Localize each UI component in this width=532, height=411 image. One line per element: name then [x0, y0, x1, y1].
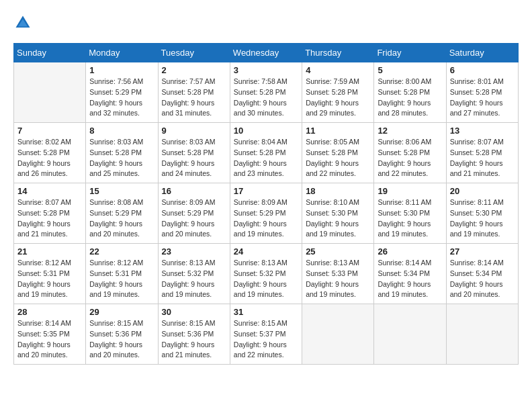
calendar-cell: 28Sunrise: 8:14 AMSunset: 5:35 PMDayligh… [14, 304, 86, 365]
week-row-1: 1Sunrise: 7:56 AMSunset: 5:29 PMDaylight… [14, 62, 519, 123]
day-info: Sunrise: 7:59 AMSunset: 5:28 PMDaylight:… [306, 77, 370, 119]
day-number: 4 [306, 65, 370, 75]
day-info: Sunrise: 8:14 AMSunset: 5:34 PMDaylight:… [378, 258, 442, 300]
day-number: 17 [234, 186, 298, 196]
calendar-header-row: SundayMondayTuesdayWednesdayThursdayFrid… [14, 44, 519, 62]
day-number: 24 [234, 246, 298, 257]
day-info: Sunrise: 8:08 AMSunset: 5:29 PMDaylight:… [89, 197, 154, 240]
day-number: 26 [378, 246, 442, 257]
calendar-cell: 22Sunrise: 8:12 AMSunset: 5:31 PMDayligh… [86, 244, 158, 304]
week-row-3: 14Sunrise: 8:07 AMSunset: 5:28 PMDayligh… [14, 183, 519, 244]
calendar-cell: 27Sunrise: 8:14 AMSunset: 5:34 PMDayligh… [446, 244, 518, 304]
calendar-cell: 13Sunrise: 8:07 AMSunset: 5:28 PMDayligh… [446, 123, 518, 183]
calendar-cell: 12Sunrise: 8:06 AMSunset: 5:28 PMDayligh… [374, 123, 446, 183]
calendar-cell [302, 304, 374, 365]
day-number: 3 [234, 65, 298, 75]
calendar-cell: 29Sunrise: 8:15 AMSunset: 5:36 PMDayligh… [86, 304, 158, 365]
header [13, 13, 519, 32]
day-number: 2 [162, 65, 226, 75]
week-row-4: 21Sunrise: 8:12 AMSunset: 5:31 PMDayligh… [14, 244, 519, 304]
day-info: Sunrise: 8:10 AMSunset: 5:30 PMDaylight:… [306, 197, 370, 240]
day-number: 12 [378, 126, 442, 136]
calendar-cell [374, 304, 446, 365]
calendar-cell: 15Sunrise: 8:08 AMSunset: 5:29 PMDayligh… [86, 183, 158, 244]
day-info: Sunrise: 8:14 AMSunset: 5:34 PMDaylight:… [450, 258, 515, 300]
calendar-cell: 1Sunrise: 7:56 AMSunset: 5:29 PMDaylight… [86, 62, 158, 123]
calendar-cell: 16Sunrise: 8:09 AMSunset: 5:29 PMDayligh… [158, 183, 230, 244]
day-info: Sunrise: 8:12 AMSunset: 5:31 PMDaylight:… [17, 258, 82, 300]
calendar-cell: 21Sunrise: 8:12 AMSunset: 5:31 PMDayligh… [14, 244, 86, 304]
calendar-cell: 19Sunrise: 8:11 AMSunset: 5:30 PMDayligh… [374, 183, 446, 244]
day-number: 5 [378, 65, 442, 75]
week-row-5: 28Sunrise: 8:14 AMSunset: 5:35 PMDayligh… [14, 304, 519, 365]
calendar-cell: 17Sunrise: 8:09 AMSunset: 5:29 PMDayligh… [230, 183, 302, 244]
day-number: 29 [89, 307, 154, 317]
calendar-cell [14, 62, 86, 123]
calendar-cell: 6Sunrise: 8:01 AMSunset: 5:28 PMDaylight… [446, 62, 518, 123]
calendar-cell: 11Sunrise: 8:05 AMSunset: 5:28 PMDayligh… [302, 123, 374, 183]
logo [13, 13, 35, 32]
day-info: Sunrise: 8:11 AMSunset: 5:30 PMDaylight:… [378, 197, 442, 240]
day-info: Sunrise: 8:01 AMSunset: 5:28 PMDaylight:… [450, 77, 515, 119]
day-info: Sunrise: 8:03 AMSunset: 5:28 PMDaylight:… [89, 137, 154, 179]
day-number: 16 [162, 186, 226, 196]
calendar-cell: 23Sunrise: 8:13 AMSunset: 5:32 PMDayligh… [158, 244, 230, 304]
day-number: 27 [450, 246, 515, 257]
day-info: Sunrise: 8:07 AMSunset: 5:28 PMDaylight:… [17, 197, 82, 240]
calendar-cell: 20Sunrise: 8:11 AMSunset: 5:30 PMDayligh… [446, 183, 518, 244]
calendar-header-wednesday: Wednesday [230, 44, 302, 62]
calendar-cell: 8Sunrise: 8:03 AMSunset: 5:28 PMDaylight… [86, 123, 158, 183]
day-info: Sunrise: 8:14 AMSunset: 5:35 PMDaylight:… [17, 318, 82, 361]
calendar-header-friday: Friday [374, 44, 446, 62]
calendar-cell: 9Sunrise: 8:03 AMSunset: 5:28 PMDaylight… [158, 123, 230, 183]
day-info: Sunrise: 8:13 AMSunset: 5:32 PMDaylight:… [162, 258, 226, 300]
day-number: 28 [17, 307, 82, 317]
calendar-cell: 26Sunrise: 8:14 AMSunset: 5:34 PMDayligh… [374, 244, 446, 304]
calendar-cell: 4Sunrise: 7:59 AMSunset: 5:28 PMDaylight… [302, 62, 374, 123]
day-info: Sunrise: 8:05 AMSunset: 5:28 PMDaylight:… [306, 137, 370, 179]
day-info: Sunrise: 8:13 AMSunset: 5:33 PMDaylight:… [306, 258, 370, 300]
day-info: Sunrise: 8:09 AMSunset: 5:29 PMDaylight:… [234, 197, 298, 240]
day-number: 22 [89, 246, 154, 257]
calendar-cell: 5Sunrise: 8:00 AMSunset: 5:28 PMDaylight… [374, 62, 446, 123]
day-info: Sunrise: 7:58 AMSunset: 5:28 PMDaylight:… [234, 77, 298, 119]
day-number: 19 [378, 186, 442, 196]
calendar: SundayMondayTuesdayWednesdayThursdayFrid… [13, 43, 519, 365]
calendar-header-monday: Monday [86, 44, 158, 62]
day-info: Sunrise: 8:11 AMSunset: 5:30 PMDaylight:… [450, 197, 515, 240]
day-number: 21 [17, 246, 82, 257]
day-number: 31 [234, 307, 298, 317]
day-info: Sunrise: 8:04 AMSunset: 5:28 PMDaylight:… [234, 137, 298, 179]
day-number: 8 [89, 126, 154, 136]
day-number: 11 [306, 126, 370, 136]
day-info: Sunrise: 8:15 AMSunset: 5:36 PMDaylight:… [162, 318, 226, 361]
calendar-header-tuesday: Tuesday [158, 44, 230, 62]
calendar-cell: 18Sunrise: 8:10 AMSunset: 5:30 PMDayligh… [302, 183, 374, 244]
day-info: Sunrise: 8:15 AMSunset: 5:36 PMDaylight:… [89, 318, 154, 361]
day-info: Sunrise: 8:13 AMSunset: 5:32 PMDaylight:… [234, 258, 298, 300]
calendar-cell: 30Sunrise: 8:15 AMSunset: 5:36 PMDayligh… [158, 304, 230, 365]
week-row-2: 7Sunrise: 8:02 AMSunset: 5:28 PMDaylight… [14, 123, 519, 183]
day-number: 25 [306, 246, 370, 257]
day-info: Sunrise: 8:00 AMSunset: 5:28 PMDaylight:… [378, 77, 442, 119]
day-number: 18 [306, 186, 370, 196]
day-info: Sunrise: 7:56 AMSunset: 5:29 PMDaylight:… [89, 77, 154, 119]
calendar-cell: 3Sunrise: 7:58 AMSunset: 5:28 PMDaylight… [230, 62, 302, 123]
calendar-header-saturday: Saturday [446, 44, 518, 62]
day-info: Sunrise: 8:15 AMSunset: 5:37 PMDaylight:… [234, 318, 298, 361]
day-number: 20 [450, 186, 515, 196]
day-number: 9 [162, 126, 226, 136]
calendar-cell [446, 304, 518, 365]
day-info: Sunrise: 8:06 AMSunset: 5:28 PMDaylight:… [378, 137, 442, 179]
day-number: 15 [89, 186, 154, 196]
calendar-cell: 10Sunrise: 8:04 AMSunset: 5:28 PMDayligh… [230, 123, 302, 183]
calendar-cell: 25Sunrise: 8:13 AMSunset: 5:33 PMDayligh… [302, 244, 374, 304]
calendar-header-thursday: Thursday [302, 44, 374, 62]
day-info: Sunrise: 7:57 AMSunset: 5:28 PMDaylight:… [162, 77, 226, 119]
day-number: 30 [162, 307, 226, 317]
day-info: Sunrise: 8:12 AMSunset: 5:31 PMDaylight:… [89, 258, 154, 300]
day-number: 1 [89, 65, 154, 75]
day-number: 13 [450, 126, 515, 136]
calendar-header-sunday: Sunday [14, 44, 86, 62]
calendar-cell: 31Sunrise: 8:15 AMSunset: 5:37 PMDayligh… [230, 304, 302, 365]
